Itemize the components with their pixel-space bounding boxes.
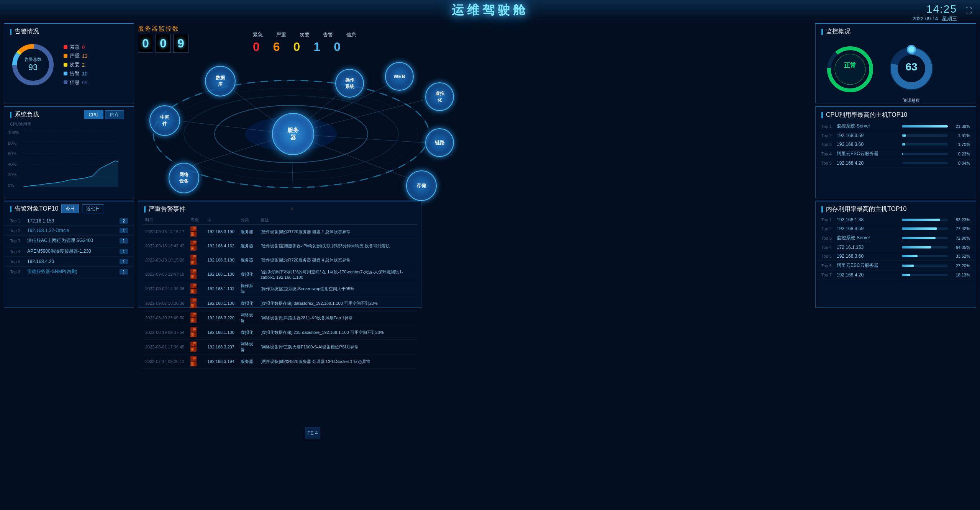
node-server[interactable]: 服务器	[272, 113, 314, 155]
week-btn[interactable]: 近七日	[82, 204, 104, 213]
status-gauge: 正常	[823, 42, 877, 96]
node-network[interactable]: 网络设备	[169, 163, 199, 193]
alert-content: 告警总数 93 紧急 0 严重 12 次要 2 告警	[4, 38, 134, 92]
donut-label: 告警总数 93	[25, 57, 41, 72]
cpu-top-list: Top 1 监控系统-Server 21.39% Top 2 192.168.3…	[816, 121, 976, 168]
node-storage[interactable]: 存储	[406, 170, 437, 201]
node-os[interactable]: 操作系统	[335, 69, 364, 98]
node-middleware[interactable]: 中间件	[149, 105, 180, 136]
target-list-item: Top 3 深信服AC上网行为管理 SG3400 1	[4, 235, 134, 246]
urgent-dot	[64, 45, 67, 49]
alerts-tbody: 2022-09-13 14:15:17 严重 192.168.3.190 服务器…	[142, 225, 417, 369]
legend-item: 次要 2	[64, 61, 87, 68]
fe4-badge: FE 4	[305, 427, 320, 438]
cpu-top-item: Top 2 192.168.3.59 1.91%	[816, 131, 976, 140]
col-desc: 描述	[257, 216, 417, 225]
node-virtual[interactable]: 虚拟化	[425, 82, 454, 111]
target-list-item: Top 1 172.16.1.153 2	[4, 216, 134, 226]
legend-item: 严重 12	[64, 52, 87, 59]
legend-item: 告警 10	[64, 70, 87, 77]
target-list-item: Top 4 APEM5900温湿度传感器-1.230 1	[4, 246, 134, 257]
node-database[interactable]: 数据库	[205, 66, 236, 96]
mem-top-item: Top 3 监控系统-Server 72.90%	[816, 233, 976, 243]
svg-text:63: 63	[905, 61, 917, 73]
page-title: 运维驾驶舱	[452, 2, 528, 19]
cpu-top10-panel: CPU利用率最高的主机TOP10 Top 1 监控系统-Server 21.39…	[815, 106, 976, 198]
alert-legend: 紧急 0 严重 12 次要 2 告警 10 信息 69	[64, 42, 87, 88]
mem-top-item: Top 5 192.168.3.60 33.52%	[816, 252, 976, 261]
cpu-usage-label: CPU使用率	[4, 121, 134, 127]
monitor-gauges: 正常 63 资源总数	[816, 38, 976, 100]
expand-icon[interactable]: ⛶	[965, 7, 972, 15]
col-cat: 分类	[238, 216, 257, 225]
svg-point-28	[835, 54, 865, 85]
legend-item: 紧急 0	[64, 44, 87, 51]
server-monitor-title: 服务器监控数	[138, 25, 179, 32]
target-panel-header: 告警对象TOP10 今日 近七日	[4, 201, 134, 216]
mem-top10-title: 内存利用率最高的主机TOP10	[816, 201, 976, 216]
system-load-panel: 系统负载 CPU 内存 CPU使用率 100%80%60%40%20%0%	[4, 106, 134, 198]
target-list: Top 1 172.16.1.153 2 Top 2 192.168.1.32-…	[4, 216, 134, 277]
alert-row: 2022-08-20 23:40:50 严重 192.168.3.220 网络设…	[142, 311, 417, 325]
target-list-item: Top 2 192.168.1.32-Oracle 1	[4, 226, 134, 235]
alerts-table-wrap: 时间 等级 IP 分类 描述 2022-09-13 14:15:17 严重 19…	[138, 216, 421, 369]
warn-dot	[64, 72, 67, 75]
node-link[interactable]: 链路	[425, 128, 454, 157]
serious-dot	[64, 54, 67, 58]
mem-top-item: Top 6 阿里云ESC云服务器 27.20%	[816, 261, 976, 271]
resource-gauge: 63 资源总数	[885, 42, 938, 96]
col-level: 等级	[187, 216, 204, 225]
col-ip: IP	[204, 216, 237, 225]
cpu-top-item: Top 5 192.168.4.20 0.04%	[816, 159, 976, 168]
y-axis-labels: 100%80%60%40%20%0%	[8, 130, 19, 188]
clock-display: 14:25	[913, 3, 957, 15]
load-panel-title: 系统负载	[10, 111, 39, 119]
monitor-overview-title: 监控概况	[816, 24, 976, 38]
alert-situation-panel: 告警情况 告警总数 93 紧	[4, 23, 134, 103]
server-monitor-section: 服务器监控数	[138, 25, 179, 33]
cpu-top-item: Top 4 阿里云ESC云服务器 0.23%	[816, 149, 976, 159]
alert-panel-title: 告警情况	[4, 24, 134, 38]
svg-text:正常: 正常	[844, 62, 856, 69]
alerts-table: 时间 等级 IP 分类 描述 2022-09-13 14:15:17 严重 19…	[142, 216, 417, 369]
alert-row: 2022-07-14 09:25:11 严重 192.168.3.194 服务器…	[142, 355, 417, 369]
target-list-item: Top 6 宝德服务器-SNMP(勿删) 1	[4, 266, 134, 277]
monitor-overview-panel: 监控概况 正常 63	[815, 23, 976, 103]
alert-row: 2022-09-13 13:42:42 严重 192.168.4.162 服务器…	[142, 239, 417, 253]
date-display: 2022-09-14 星期三	[913, 15, 957, 22]
alert-row: 2022-09-13 14:15:17 严重 192.168.3.190 服务器…	[142, 225, 417, 239]
alert-row: 2022-09-02 10:20:36 严重 192.168.1.100 虚拟化…	[142, 296, 417, 311]
legend-item: 信息 69	[64, 79, 87, 86]
alert-row: 2022-08-01 17:36:45 严重 192.168.3.207 网络设…	[142, 340, 417, 355]
mem-top-item: Top 2 192.168.3.59 77.42%	[816, 224, 976, 233]
alert-targets-panel: 告警对象TOP10 今日 近七日 Top 1 172.16.1.153 2 To…	[4, 201, 134, 308]
severe-alerts-panel: 严重告警事件 时间 等级 IP 分类 描述 2022-09-13 14:15:1…	[138, 201, 421, 308]
datetime-display: 14:25 2022-09-14 星期三	[913, 3, 957, 22]
node-web[interactable]: WEB	[385, 62, 414, 91]
mem-toggle-btn[interactable]: 内存	[105, 110, 124, 119]
mem-top10-panel: 内存利用率最高的主机TOP10 Top 1 192.168.1.38 83.23…	[815, 201, 976, 308]
mem-top-item: Top 1 192.168.1.38 83.23%	[816, 216, 976, 224]
today-btn[interactable]: 今日	[61, 204, 79, 213]
alert-row: 2022-09-13 10:15:20 严重 192.168.3.190 服务器…	[142, 253, 417, 267]
minor-dot	[64, 63, 67, 67]
target-list-item: Top 5 192.168.4.20 1	[4, 257, 134, 266]
cpu-top10-title: CPU利用率最高的主机TOP10	[816, 107, 976, 121]
resource-total-label: 资源总数	[903, 98, 920, 103]
severe-alerts-title: 严重告警事件	[138, 201, 421, 216]
cpu-toggle-btn[interactable]: CPU	[84, 110, 103, 119]
col-time: 时间	[142, 216, 187, 225]
cpu-top-item: Top 3 192.168.3.60 1.70%	[816, 140, 976, 149]
alert-donut-chart: 告警总数 93	[10, 42, 56, 88]
center-visualization: 操作系统 WEB 虚拟化 链路 存储 服务器 网络设备 中间件 数据库 ▲	[138, 46, 444, 214]
cpu-top-item: Top 1 监控系统-Server 21.39%	[816, 121, 976, 131]
target-panel-title: 告警对象TOP10	[10, 205, 58, 213]
load-toggle[interactable]: CPU 内存	[84, 110, 124, 119]
svg-point-34	[908, 46, 914, 52]
alert-row: 2022-09-02 14:30:38 严重 192.168.1.102 操作系…	[142, 281, 417, 296]
alert-row: 2022-08-19 09:37:54 严重 192.168.1.100 虚拟化…	[142, 325, 417, 340]
alert-row: 2022-09-05 12:47:18 严重 192.168.1.100 虚拟化…	[142, 267, 417, 281]
header: 运维驾驶舱 14:25 2022-09-14 星期三 ⛶	[0, 0, 980, 21]
mem-top-item: Top 4 172.16.1.153 64.05%	[816, 243, 976, 252]
mem-top-list: Top 1 192.168.1.38 83.23% Top 2 192.168.…	[816, 216, 976, 280]
